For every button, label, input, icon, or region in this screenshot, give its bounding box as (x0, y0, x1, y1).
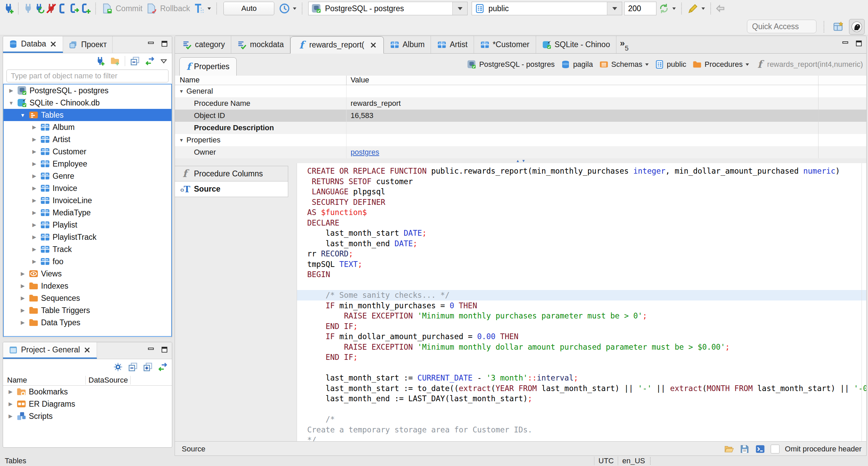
open-console-icon[interactable] (755, 444, 765, 454)
collapse-arrow-icon[interactable]: ▼ (19, 112, 26, 118)
tree-item-views[interactable]: ▶Views (4, 268, 171, 280)
expand-arrow-icon[interactable]: ▶ (19, 271, 26, 277)
maximize-icon[interactable] (855, 39, 863, 47)
new-sql-editor-icon[interactable] (68, 3, 80, 14)
property-row-procedure-description[interactable]: Procedure Description (175, 122, 866, 134)
load-from-file-icon[interactable] (724, 444, 734, 454)
tree-item-genre[interactable]: ▶Genre (4, 170, 171, 182)
tree-item-indexes[interactable]: ▶Indexes (4, 280, 171, 292)
editor-tab-category[interactable]: category (176, 36, 231, 53)
source-viewer[interactable]: CREATE OR REPLACE FUNCTION public.reward… (297, 163, 866, 441)
editor-tab-artist[interactable]: Artist (431, 36, 474, 53)
object-filter-input[interactable] (6, 70, 169, 82)
column-header-value[interactable]: Value (346, 76, 866, 85)
gear-icon[interactable] (113, 362, 123, 372)
expand-arrow-icon[interactable]: ▶ (31, 222, 38, 228)
expand-all-icon[interactable] (143, 362, 153, 372)
auto-commit-button[interactable]: Auto (223, 2, 274, 15)
tree-item-playlisttrack[interactable]: ▶PlaylistTrack (4, 231, 171, 243)
maximize-icon[interactable] (160, 40, 169, 48)
editor-tab-customer[interactable]: *Customer (474, 36, 536, 53)
column-header-datasource[interactable]: DataSource (85, 376, 131, 385)
expand-arrow-icon[interactable]: ▶ (7, 401, 14, 407)
collapse-arrow-icon[interactable]: ▼ (179, 137, 184, 143)
section-splitter[interactable]: ▲ ▼ (175, 158, 866, 163)
tree-item-foo[interactable]: ▶foo (4, 255, 171, 268)
subtab-source[interactable]: ‹›TSource (175, 181, 288, 197)
tree-item-data-types[interactable]: ▶Data Types (4, 316, 171, 329)
expand-arrow-icon[interactable]: ▶ (7, 389, 14, 395)
owner-link[interactable]: postgres (351, 148, 379, 157)
commit-button[interactable]: Commit (101, 3, 142, 14)
project-item-er-diagrams[interactable]: ▶ER Diagrams (3, 398, 172, 410)
status-timezone[interactable]: UTC (598, 457, 614, 465)
expand-arrow-icon[interactable]: ▶ (31, 173, 38, 179)
property-row-properties[interactable]: ▼Properties (175, 134, 866, 146)
link-with-editor-icon[interactable] (145, 56, 155, 66)
expand-arrow-icon[interactable]: ▶ (31, 246, 38, 252)
expand-arrow-icon[interactable]: ▶ (31, 185, 38, 191)
scrollbar[interactable] (862, 163, 862, 441)
breadcrumb-item-schemas[interactable]: Schemas (599, 60, 649, 69)
project-item-scripts[interactable]: ▶Scripts (3, 410, 172, 422)
refresh-button[interactable] (658, 3, 676, 14)
editor-tab-mockdata[interactable]: mockdata (231, 36, 290, 53)
project-tree[interactable]: ▶Bookmarks▶ER Diagrams▶Scripts (3, 386, 172, 422)
tree-item-track[interactable]: ▶Track (4, 243, 171, 255)
subtab-procedure-columns[interactable]: fProcedure Columns (175, 166, 288, 181)
expand-arrow-icon[interactable]: ▶ (8, 88, 15, 94)
link-with-editor-icon[interactable] (158, 362, 168, 372)
tab-properties[interactable]: f Properties (179, 57, 237, 76)
tree-item-table-triggers[interactable]: ▶Table Triggers (4, 304, 171, 316)
connection-dropdown-button[interactable] (452, 2, 467, 15)
editor-tab-album[interactable]: Album (384, 36, 431, 53)
breadcrumb-item-postgresql-postgres[interactable]: PostgreSQL - postgres (467, 60, 555, 69)
tree-item-artist[interactable]: ▶Artist (4, 133, 171, 145)
tree-item-mediatype[interactable]: ▶MediaType (4, 207, 171, 219)
column-header-name[interactable]: Name (3, 376, 85, 385)
transaction-log-button[interactable] (279, 3, 296, 14)
omit-procedure-header-checkbox[interactable] (771, 445, 780, 453)
expand-arrow-icon[interactable]: ▶ (31, 161, 38, 167)
tab-database-navigator[interactable]: Databa (3, 36, 63, 53)
new-connection-icon[interactable] (95, 56, 105, 66)
expand-arrow-icon[interactable]: ▶ (19, 283, 26, 289)
generate-sql-button[interactable] (687, 3, 705, 14)
tab-overflow-button[interactable]: » 5 (620, 40, 629, 53)
rollback-button[interactable]: Rollback (146, 3, 190, 14)
breadcrumb-item-pagila[interactable]: pagila (561, 60, 593, 69)
reconnect-icon[interactable] (34, 3, 45, 14)
quick-access-input[interactable] (747, 20, 816, 33)
new-connection-icon[interactable] (3, 3, 14, 14)
perspective-icon[interactable] (833, 21, 844, 33)
save-to-file-icon[interactable] (739, 444, 750, 454)
breadcrumb-item-procedures[interactable]: Procedures (692, 60, 749, 69)
expand-arrow-icon[interactable]: ▶ (31, 210, 38, 216)
editor-tab-sqlite-chinoo[interactable]: SQLite - Chinoo (536, 36, 617, 53)
expand-arrow-icon[interactable]: ▶ (31, 124, 38, 130)
expand-arrow-icon[interactable]: ▶ (31, 197, 38, 203)
fetch-size-input[interactable] (624, 2, 656, 15)
expand-arrow-icon[interactable]: ▶ (19, 295, 26, 301)
tree-item-playlist[interactable]: ▶Playlist (4, 219, 171, 231)
properties-grid[interactable]: ▼GeneralProcedure Namerewards_reportObje… (175, 85, 866, 158)
collapse-arrow-icon[interactable]: ▼ (179, 89, 184, 94)
tree-item-sequences[interactable]: ▶Sequences (4, 292, 171, 304)
editor-tab-rewards-report[interactable]: frewards_report( (290, 36, 384, 54)
expand-arrow-icon[interactable]: ▶ (7, 413, 14, 419)
status-locale[interactable]: en_US (622, 457, 645, 465)
collapse-arrow-icon[interactable]: ▼ (8, 100, 15, 106)
view-menu-icon[interactable] (160, 57, 168, 65)
minimize-icon[interactable] (147, 40, 155, 48)
dbeaver-perspective-button[interactable] (849, 19, 865, 35)
property-row-owner[interactable]: Ownerpostgres (175, 146, 866, 158)
tree-item-employee[interactable]: ▶Employee (4, 158, 171, 170)
property-row-general[interactable]: ▼General (175, 85, 866, 97)
tree-item-invoiceline[interactable]: ▶InvoiceLine (4, 194, 171, 207)
column-header-name[interactable]: Name (175, 76, 346, 85)
expand-arrow-icon[interactable]: ▶ (31, 234, 38, 240)
tab-project-general[interactable]: Project - General (3, 342, 97, 359)
property-row-procedure-name[interactable]: Procedure Namerewards_report (175, 97, 866, 110)
expand-arrow-icon[interactable]: ▶ (19, 307, 26, 313)
back-icon[interactable] (715, 3, 726, 14)
